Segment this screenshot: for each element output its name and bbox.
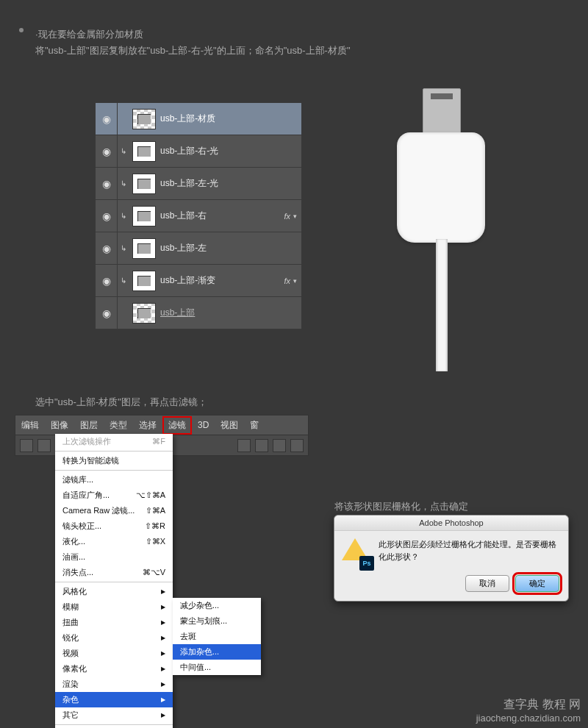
menu-item[interactable]: 其它▶ bbox=[55, 707, 173, 723]
rasterize-dialog: Adobe Photoshop Ps 此形状图层必须经过栅格化才能处理。是否要栅… bbox=[334, 515, 569, 602]
bullet-dot bbox=[19, 28, 24, 32]
link-icon: ↳ bbox=[118, 147, 129, 155]
menu-row: 编辑图像图层类型选择滤镜3D视图窗 bbox=[15, 415, 308, 435]
visibility-icon[interactable]: ◉ bbox=[96, 200, 118, 232]
dialog-title: Adobe Photoshop bbox=[334, 515, 568, 531]
filter-dropdown: 上次滤镜操作⌘F转换为智能滤镜滤镜库...自适应广角...⌥⇧⌘ACamera … bbox=[55, 434, 173, 728]
menu-item[interactable]: 风格化▶ bbox=[55, 584, 173, 599]
menu-item[interactable]: Camera Raw 滤镜...⇧⌘A bbox=[55, 503, 173, 518]
tool-icon[interactable] bbox=[20, 439, 33, 452]
submenu-item[interactable]: 中间值... bbox=[173, 660, 261, 675]
menu-item[interactable]: 锐化▶ bbox=[55, 630, 173, 646]
link-icon: ↳ bbox=[118, 212, 129, 220]
tool-icon[interactable] bbox=[37, 439, 51, 452]
menu-item[interactable]: 图层 bbox=[74, 419, 104, 432]
layer-name: usb-上部-右-光 bbox=[160, 145, 301, 157]
submenu-item[interactable]: 蒙尘与划痕... bbox=[173, 613, 261, 629]
menu-item[interactable]: 滤镜库... bbox=[55, 472, 173, 488]
fx-label: fx bbox=[284, 276, 290, 285]
submenu-item[interactable]: 减少杂色... bbox=[173, 598, 261, 613]
layer-thumb bbox=[132, 174, 156, 194]
menu-item[interactable]: 类型 bbox=[104, 419, 133, 432]
layer-row[interactable]: ◉ ↳ usb-上部-右 fx▾ bbox=[96, 200, 301, 232]
tool-icon[interactable] bbox=[237, 439, 251, 452]
menu-item[interactable]: 滤镜 bbox=[162, 416, 192, 435]
menu-item[interactable]: 液化...⇧⌘X bbox=[55, 534, 173, 549]
visibility-icon[interactable]: ◉ bbox=[96, 265, 118, 297]
noise-submenu: 减少杂色...蒙尘与划痕...去斑添加杂色...中间值... bbox=[173, 598, 261, 675]
tool-icon[interactable] bbox=[273, 439, 286, 452]
instruction-text-3: 选中"usb-上部-材质"图层，再点击滤镜； bbox=[35, 396, 207, 409]
ok-button[interactable]: 确定 bbox=[515, 575, 559, 592]
menu-item[interactable]: 编辑 bbox=[15, 419, 45, 432]
menu-item[interactable]: 视频▶ bbox=[55, 646, 173, 661]
menu-item: 上次滤镜操作⌘F bbox=[55, 434, 173, 449]
layer-row[interactable]: ◉ ↳ usb-上部-左 bbox=[96, 232, 301, 265]
layers-panel: ◉ usb-上部-材质 ◉ ↳ usb-上部-右-光 ◉ ↳ usb-上部-左-… bbox=[96, 103, 301, 329]
visibility-icon[interactable]: ◉ bbox=[96, 135, 118, 168]
layer-name: usb-上部-右 bbox=[160, 210, 284, 222]
link-icon: ↳ bbox=[118, 179, 129, 188]
layer-name: usb-上部-材质 bbox=[160, 113, 301, 125]
visibility-icon[interactable]: ◉ bbox=[96, 168, 118, 200]
menu-item[interactable]: 转换为智能滤镜 bbox=[55, 453, 173, 468]
layer-thumb bbox=[132, 109, 156, 129]
instruction-text-1: ·现在要给金属部分加材质 bbox=[35, 28, 143, 41]
usb-illustration bbox=[353, 74, 559, 338]
dialog-message: 此形状图层必须经过栅格化才能处理。是否要栅格化此形状？ bbox=[379, 538, 561, 563]
cancel-button[interactable]: 取消 bbox=[465, 575, 509, 592]
instruction-text-4: 将该形状图层栅格化，点击确定 bbox=[334, 500, 468, 513]
tool-icon[interactable] bbox=[290, 439, 304, 452]
menu-item[interactable]: 窗 bbox=[244, 419, 265, 432]
layer-name: usb-上部 bbox=[160, 307, 301, 319]
ps-icon: Ps bbox=[359, 556, 374, 571]
usb-cord bbox=[436, 239, 448, 371]
layer-thumb bbox=[132, 141, 156, 162]
tool-icon[interactable] bbox=[255, 439, 268, 452]
layer-row[interactable]: ◉ ↳ usb-上部-渐变 fx▾ bbox=[96, 265, 301, 297]
menu-item[interactable]: 选择 bbox=[133, 419, 162, 432]
layer-name: usb-上部-左-光 bbox=[160, 177, 301, 190]
watermark-main: 查字典 教程 网 bbox=[476, 697, 581, 713]
layer-name: usb-上部-左 bbox=[160, 242, 301, 254]
menu-item[interactable]: 模糊▶ bbox=[55, 599, 173, 615]
menu-item[interactable]: 图像 bbox=[45, 419, 74, 432]
layer-thumb bbox=[132, 271, 156, 291]
layer-name: usb-上部-渐变 bbox=[160, 274, 284, 287]
link-icon: ↳ bbox=[118, 276, 129, 285]
menu-item[interactable]: 油画... bbox=[55, 549, 173, 565]
layer-row[interactable]: ◉ ↳ usb-上部-右-光 bbox=[96, 135, 301, 168]
layer-thumb bbox=[132, 238, 156, 259]
watermark-sub: jiaocheng.chazidian.com bbox=[476, 713, 581, 724]
submenu-item[interactable]: 添加杂色... bbox=[173, 644, 261, 660]
menu-item[interactable]: 扭曲▶ bbox=[55, 615, 173, 630]
fx-caret-icon[interactable]: ▾ bbox=[293, 277, 297, 285]
menu-item[interactable]: 3D bbox=[192, 420, 215, 430]
fx-caret-icon[interactable]: ▾ bbox=[293, 213, 297, 220]
layer-thumb bbox=[132, 206, 156, 226]
layer-thumb bbox=[132, 303, 156, 324]
menu-item[interactable]: 杂色▶ bbox=[55, 692, 173, 707]
watermark: 查字典 教程 网 jiaocheng.chazidian.com bbox=[476, 697, 581, 724]
visibility-icon[interactable]: ◉ bbox=[96, 232, 118, 265]
visibility-icon[interactable]: ◉ bbox=[96, 297, 118, 329]
warning-icon: Ps bbox=[342, 538, 371, 568]
menu-item[interactable]: 像素化▶ bbox=[55, 661, 173, 677]
layer-row[interactable]: ◉ usb-上部 bbox=[96, 297, 301, 329]
dialog-buttons: 取消 确定 bbox=[334, 575, 568, 601]
instruction-text-2: 将"usb-上部"图层复制放在"usb-上部-右-光"的上面；命名为"usb-上… bbox=[35, 44, 351, 57]
menu-item[interactable]: 视图 bbox=[215, 419, 244, 432]
menu-item[interactable]: 渲染▶ bbox=[55, 677, 173, 692]
usb-body bbox=[397, 132, 485, 243]
visibility-icon[interactable]: ◉ bbox=[96, 103, 118, 135]
dialog-body: Ps 此形状图层必须经过栅格化才能处理。是否要栅格化此形状？ bbox=[334, 531, 568, 575]
menu-item[interactable]: 自适应广角...⌥⇧⌘A bbox=[55, 488, 173, 503]
menu-item[interactable]: 镜头校正...⇧⌘R bbox=[55, 518, 173, 534]
fx-label: fx bbox=[284, 212, 290, 221]
menu-item[interactable]: 消失点...⌘⌥V bbox=[55, 565, 173, 580]
layer-row[interactable]: ◉ usb-上部-材质 bbox=[96, 103, 301, 135]
link-icon: ↳ bbox=[118, 244, 129, 252]
layer-row[interactable]: ◉ ↳ usb-上部-左-光 bbox=[96, 168, 301, 200]
submenu-item[interactable]: 去斑 bbox=[173, 629, 261, 644]
